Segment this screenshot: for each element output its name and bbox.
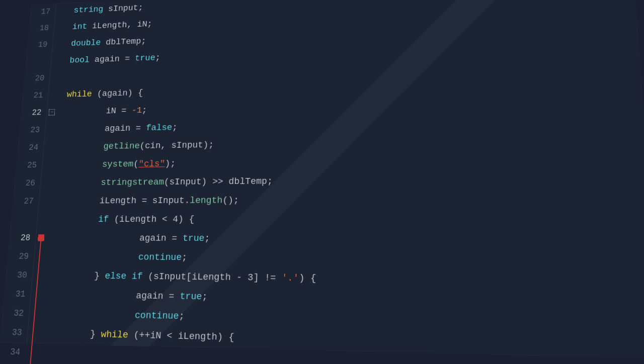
- code-line: again = true;: [54, 229, 644, 250]
- code-token: if: [132, 350, 144, 359]
- line-number: 35: [0, 361, 19, 364]
- line-number: 26: [14, 174, 36, 192]
- code-token: (sInput[iN])) {: [194, 351, 280, 359]
- line-number: 27: [12, 192, 34, 210]
- code-line: if (iLength < 4) {: [56, 209, 644, 230]
- code-token: dblTemp;: [101, 37, 146, 47]
- code-token: again =: [50, 290, 180, 301]
- code-token: bool: [69, 56, 90, 65]
- code-token: (again) {: [92, 88, 143, 99]
- code-token: ;: [204, 234, 210, 243]
- line-number: 19: [27, 36, 48, 54]
- line-number: 29: [7, 247, 29, 265]
- line-number: 23: [19, 121, 41, 139]
- code-token: again =: [89, 54, 135, 64]
- code-token: (++iN < iLength) {: [128, 330, 234, 342]
- code-area: string sInput;int iLength, iN;double dbl…: [37, 0, 644, 359]
- line-number: 24: [17, 139, 39, 157]
- code-token: '.': [282, 273, 299, 283]
- fold-icon[interactable]: −: [48, 109, 55, 116]
- code-token: (iLength < 4) {: [109, 215, 195, 224]
- code-token: true: [135, 53, 156, 62]
- line-number: 33: [0, 322, 23, 342]
- code-token: }: [47, 328, 101, 339]
- line-number: 21: [22, 86, 44, 104]
- line-number: 32: [2, 303, 25, 323]
- code-token: continue: [134, 310, 179, 321]
- code-token: continue: [138, 252, 182, 262]
- code-token: ;: [141, 106, 147, 115]
- editor-panel: 1718192021222324252627282930313233343553…: [0, 0, 644, 359]
- code-token: [45, 348, 133, 359]
- code-token: iLength, iN;: [87, 20, 152, 31]
- line-number: 17: [30, 3, 51, 20]
- code-token: );: [165, 159, 176, 168]
- code-token: ;: [172, 123, 178, 132]
- code-token: stringstream: [59, 177, 165, 188]
- code-token: system: [61, 159, 134, 169]
- code-token: ) {: [299, 273, 316, 283]
- code-editor: 1718192021222324252627282930313233343553…: [0, 0, 644, 364]
- code-token: (cin, sInput);: [139, 140, 214, 150]
- line-number: 34: [0, 342, 21, 362]
- code-token: [48, 309, 135, 320]
- line-number: 25: [15, 156, 37, 174]
- code-token: getline: [62, 141, 140, 151]
- line-number: [10, 210, 33, 228]
- code-token: ();: [222, 196, 239, 205]
- code-token: ;: [155, 53, 160, 62]
- code-line: iLength = sInput.length();: [57, 189, 644, 210]
- code-token: ;: [202, 292, 208, 302]
- line-number: 22: [20, 104, 42, 121]
- code-token: false: [146, 123, 173, 133]
- code-token: ;: [179, 311, 185, 321]
- code-token: if: [56, 215, 109, 224]
- code-token: true: [180, 292, 202, 302]
- code-token: -1: [131, 106, 142, 115]
- code-token: double: [70, 38, 101, 48]
- line-number: 28: [9, 228, 31, 247]
- code-token: "cls": [138, 159, 165, 169]
- line-number: 20: [23, 70, 45, 87]
- code-token: ;: [182, 253, 188, 262]
- editor-container: 1718192021222324252627282930313233343553…: [0, 0, 644, 364]
- code-token: (sInput[iLength - 3] !=: [142, 271, 282, 283]
- code-token: again =: [64, 124, 146, 134]
- line-number: 31: [3, 285, 26, 304]
- code-token: sInput;: [103, 4, 143, 14]
- code-token: while: [101, 329, 128, 340]
- code-token: string: [73, 5, 104, 15]
- line-number: 30: [5, 265, 28, 285]
- code-token: else if: [105, 271, 143, 281]
- code-token: isdigit: [154, 350, 194, 359]
- code-token: (sInput) >> dblTemp;: [164, 176, 273, 187]
- line-number: 18: [28, 20, 50, 37]
- code-token: [53, 252, 139, 262]
- code-token: (: [143, 350, 155, 359]
- code-token: true: [183, 233, 205, 243]
- code-token: iLength = sInput.: [58, 196, 190, 205]
- line-number: [25, 53, 47, 70]
- breakpoint-indicator[interactable]: [38, 234, 45, 241]
- code-token: length: [190, 196, 223, 205]
- code-token: }: [52, 270, 105, 281]
- code-token: iN =: [65, 106, 132, 116]
- code-token: int: [72, 22, 88, 31]
- code-token: while: [66, 89, 92, 99]
- code-token: again =: [55, 233, 183, 243]
